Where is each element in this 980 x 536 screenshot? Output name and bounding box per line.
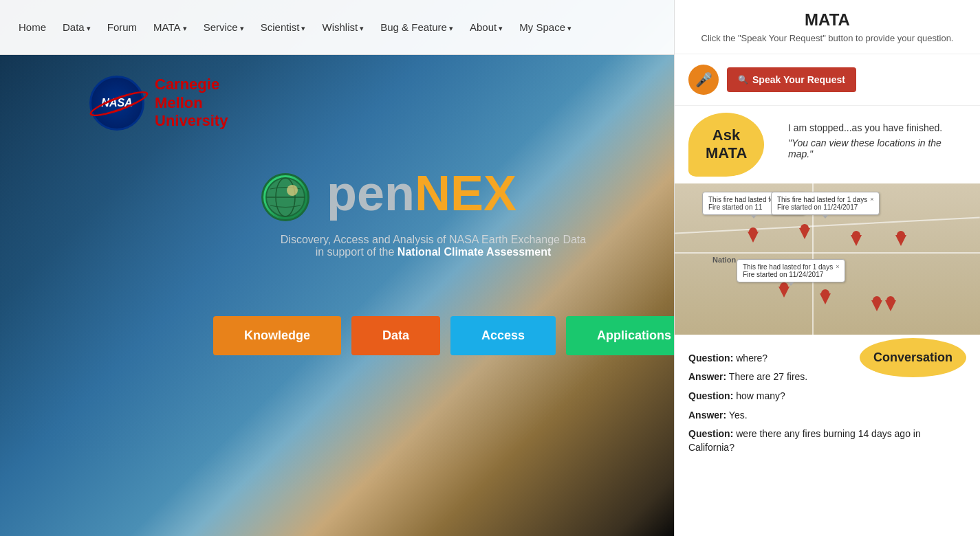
map-background: Nation This fire had lasted for 1 days F… (675, 183, 980, 335)
data-button[interactable]: Data (351, 316, 440, 355)
map-pin-8[interactable] (885, 300, 896, 311)
nav-service[interactable]: Service (195, 16, 252, 38)
map-pin-4[interactable] (895, 235, 906, 246)
conv-item-5: Question: were there any fires burning 1… (688, 427, 966, 454)
map-tooltip-2-subtext: Fire started on 11/24/2017 (777, 203, 873, 211)
map-road-horizontal (675, 252, 980, 254)
discovery-line1: Discovery, Access and Analysis of NASA E… (261, 234, 605, 246)
map-tooltip-3-subtext: Fire started on 11/24/2017 (743, 271, 839, 278)
nasa-logo: NASA (89, 76, 144, 131)
mata-header: MATA Click the "Speak Your Request" butt… (675, 0, 980, 54)
conv-item-4: Answer: Yes. (688, 409, 966, 423)
discovery-bold: National Climate Assessment (398, 246, 551, 258)
conversation-section: Conversation Question: where? Answer: Th… (675, 335, 980, 471)
nav-about[interactable]: About (461, 16, 511, 38)
mata-title: MATA (685, 10, 970, 30)
map-tooltip-2-close[interactable]: × (870, 196, 873, 203)
status-messages: I am stopped...as you have finished. "Yo… (774, 115, 966, 173)
cmu-logo-text: Carnegie Mellon University (155, 76, 228, 130)
discovery-line2: in support of the National Climate Asses… (261, 246, 605, 258)
nav-mata[interactable]: MATA (145, 16, 195, 38)
opennex-open-text: pen (327, 166, 415, 221)
map-pin-5[interactable] (778, 287, 790, 298)
knowledge-button[interactable]: Knowledge (213, 316, 341, 355)
conversation-bubble: Conversation (860, 338, 966, 377)
map-nation-label: Nation (712, 256, 736, 264)
map-area[interactable]: Nation This fire had lasted for 1 days F… (675, 183, 980, 335)
nasa-logo-ring (87, 87, 150, 121)
map-pin-6[interactable] (820, 293, 831, 304)
map-tooltip-3-close[interactable]: × (836, 263, 839, 271)
ask-mata-bubble: Ask MATA (688, 113, 764, 177)
navigation-bar: Home Data Forum MATA Service Scientist W… (0, 0, 674, 55)
mata-panel: MATA Click the "Speak Your Request" butt… (674, 0, 980, 536)
microphone-icon: 🎤 (695, 71, 712, 88)
opennex-title: penNEX (261, 165, 516, 221)
map-pin-3[interactable] (851, 235, 862, 246)
map-tooltip-3-text: This fire had lasted for 1 days (743, 263, 833, 271)
ask-mata-section: Ask MATA I am stopped...as you have fini… (675, 106, 980, 183)
conv-item-3: Question: how many? (688, 390, 966, 403)
map-tooltip-3[interactable]: This fire had lasted for 1 days × Fire s… (737, 259, 845, 282)
map-road-diagonal (675, 216, 979, 234)
discovery-text: Discovery, Access and Analysis of NASA E… (261, 234, 605, 258)
nav-bug-feature[interactable]: Bug & Feature (372, 16, 461, 38)
mata-subtitle: Click the "Speak Your Request" button to… (685, 33, 970, 43)
nav-home[interactable]: Home (10, 16, 54, 38)
access-button[interactable]: Access (450, 316, 556, 355)
speak-section: 🎤 🔍 Speak Your Request (675, 54, 980, 106)
logo-area: NASA Carnegie Mellon University (89, 76, 228, 131)
action-buttons: Knowledge Data Access Applications (213, 316, 702, 355)
opennex-nex-text: NEX (415, 166, 516, 221)
nav-scientist[interactable]: Scientist (252, 16, 314, 38)
map-pin-1[interactable] (748, 232, 759, 243)
map-pin-7[interactable] (871, 300, 882, 311)
map-tooltip-2[interactable]: This fire had lasted for 1 days × Fire s… (771, 192, 880, 215)
nav-wishlist[interactable]: Wishlist (314, 16, 372, 38)
opennex-globe-icon (261, 173, 309, 221)
nav-data[interactable]: Data (54, 16, 99, 38)
svg-point-3 (287, 185, 298, 196)
status-quote-msg: "You can view these locations in the map… (788, 137, 952, 159)
nav-my-space[interactable]: My Space (511, 16, 580, 38)
status-stopped-msg: I am stopped...as you have finished. (788, 122, 952, 133)
map-pin-2[interactable] (799, 228, 810, 239)
speak-your-request-button[interactable]: 🔍 Speak Your Request (727, 67, 856, 92)
microphone-button[interactable]: 🎤 (688, 65, 719, 95)
nav-forum[interactable]: Forum (99, 16, 145, 38)
map-tooltip-2-text: This fire had lasted for 1 days (777, 196, 867, 203)
search-icon: 🔍 (738, 75, 748, 85)
